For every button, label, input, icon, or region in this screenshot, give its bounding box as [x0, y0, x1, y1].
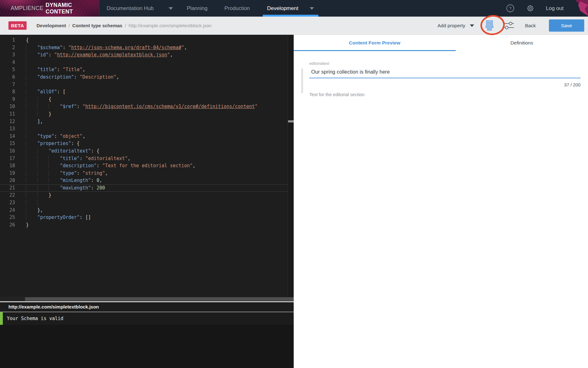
- line-number: 21: [0, 184, 15, 192]
- svg-text:?: ?: [509, 6, 512, 11]
- nav-item-documentation-hub[interactable]: Documentation Hub: [107, 0, 173, 17]
- code-line[interactable]: 11 }: [0, 111, 288, 118]
- code-line[interactable]: 1{: [0, 37, 288, 44]
- code-text: "title": "editorialtext",: [15, 155, 130, 163]
- code-line[interactable]: 18 "description": "Text for the editoria…: [0, 162, 288, 170]
- code-line[interactable]: 5 "title": "Title",: [0, 66, 288, 74]
- form-view-button[interactable]: [485, 20, 494, 31]
- top-navbar: AMPLIENCE DYNAMIC CONTENT Documentation …: [0, 0, 588, 17]
- horizontal-scrollbar-thumb[interactable]: [25, 297, 294, 301]
- code-line[interactable]: 6 "description": "Description",: [0, 74, 288, 81]
- code-line[interactable]: 9 {: [0, 96, 288, 103]
- character-counter: 37 / 200: [309, 82, 580, 87]
- nav-item-planning[interactable]: Planning: [187, 0, 207, 17]
- code-text: "allOf": [: [15, 88, 65, 96]
- settings-button[interactable]: [526, 4, 535, 13]
- line-number: 12: [0, 118, 15, 126]
- nav-label: Documentation Hub: [107, 5, 154, 12]
- code-text: "maxLength": 200: [15, 184, 105, 192]
- amplience-mark: [570, 0, 588, 17]
- code-line[interactable]: 8 "allOf": [: [0, 88, 288, 96]
- vertical-scrollbar-thumb[interactable]: [288, 120, 294, 122]
- line-number: 20: [0, 177, 15, 184]
- code-line[interactable]: 7: [0, 81, 288, 89]
- code-text: "$ref": "http://bigcontent.io/cms/schema…: [15, 103, 258, 111]
- code-editor[interactable]: 1{2 "$schema": "http://json-schema.org/d…: [0, 35, 288, 297]
- code-text: "description": "Text for the editorial s…: [15, 162, 195, 170]
- code-line[interactable]: 4: [0, 59, 288, 66]
- back-button[interactable]: Back: [525, 23, 536, 29]
- code-line[interactable]: 13: [0, 125, 288, 133]
- code-text: "type": "string",: [15, 170, 108, 177]
- line-number: 26: [0, 221, 15, 229]
- nav-item-production[interactable]: Production: [224, 0, 250, 17]
- line-number: 19: [0, 170, 15, 177]
- chevron-down-icon: [169, 7, 173, 10]
- code-text: "title": "Title",: [15, 66, 85, 74]
- line-number: 8: [0, 88, 15, 96]
- code-text: }: [15, 221, 29, 229]
- nav-label: Production: [224, 5, 250, 12]
- breadcrumb-content-type-schemas[interactable]: Content type schemas: [72, 23, 122, 28]
- settings-sliders-button[interactable]: [503, 21, 514, 30]
- code-line[interactable]: 25 "propertyOrder": []: [0, 214, 288, 221]
- code-line[interactable]: 14 "type": "object",: [0, 133, 288, 140]
- code-line[interactable]: 3 "id": "http://example.com/simpletextbl…: [0, 51, 288, 59]
- code-line[interactable]: 20 "minLength": 0,: [0, 177, 288, 184]
- validation-status-indicator: [0, 312, 3, 325]
- code-line[interactable]: 26}: [0, 221, 288, 229]
- code-text: [15, 125, 37, 133]
- code-text: [15, 59, 37, 66]
- breadcrumb-separator: /: [66, 23, 72, 28]
- code-line[interactable]: 17 "title": "editorialtext",: [0, 155, 288, 163]
- breadcrumb: Development / Content type schemas / htt…: [37, 23, 212, 28]
- horizontal-scrollbar[interactable]: [0, 297, 294, 301]
- logout-button[interactable]: Log out: [546, 5, 564, 12]
- code-line[interactable]: 22 }: [0, 192, 288, 199]
- line-number: 10: [0, 103, 15, 111]
- add-property-button[interactable]: Add property: [438, 23, 474, 29]
- code-line[interactable]: 16 "editorialtext": {: [0, 148, 288, 155]
- breadcrumb-separator: /: [122, 23, 129, 28]
- schema-toolbar: BETA Development / Content type schemas …: [0, 17, 588, 35]
- line-number: 4: [0, 59, 15, 66]
- code-text: [15, 81, 37, 89]
- code-line[interactable]: 23: [0, 199, 288, 207]
- code-text: {: [15, 96, 51, 103]
- app-logo[interactable]: AMPLIENCE DYNAMIC CONTENT: [0, 0, 99, 17]
- line-number: 15: [0, 140, 15, 148]
- tab-content-form-preview[interactable]: Content Form Preview: [294, 35, 456, 51]
- code-text: },: [15, 207, 43, 214]
- line-number: 11: [0, 111, 15, 118]
- code-line[interactable]: 10 "$ref": "http://bigcontent.io/cms/sch…: [0, 103, 288, 111]
- code-text: ],: [15, 118, 43, 126]
- vertical-scrollbar[interactable]: [288, 35, 294, 297]
- code-line[interactable]: 21 "maxLength": 200: [0, 184, 288, 192]
- schema-editor-pane: 1{2 "$schema": "http://json-schema.org/d…: [0, 35, 294, 368]
- code-text: "type": "object",: [15, 133, 85, 140]
- nav-label: Development: [267, 5, 298, 12]
- breadcrumb-current-schema-url: http://example.com/simpletextblock.json: [129, 23, 211, 28]
- code-line[interactable]: 24 },: [0, 207, 288, 214]
- code-text: }: [15, 111, 51, 118]
- breadcrumb-development[interactable]: Development: [37, 23, 66, 28]
- tab-definitions[interactable]: Definitions: [456, 35, 588, 51]
- code-line[interactable]: 19 "type": "string",: [0, 170, 288, 177]
- code-line[interactable]: 15 "properties": {: [0, 140, 288, 148]
- gear-icon: [526, 4, 535, 13]
- line-number: 25: [0, 214, 15, 221]
- schema-url-bar: http://example.com/simpletextblock.json: [0, 301, 294, 312]
- code-text: "propertyOrder": []: [15, 214, 91, 221]
- nav-item-development[interactable]: Development: [263, 0, 318, 17]
- code-text: "id": "http://example.com/simpletextbloc…: [15, 51, 173, 59]
- line-number: 23: [0, 199, 15, 207]
- help-button[interactable]: ?: [506, 4, 514, 13]
- code-line[interactable]: 12 ],: [0, 118, 288, 126]
- line-number: 14: [0, 133, 15, 140]
- toolbar-actions: Add property: [438, 19, 588, 32]
- save-button[interactable]: Save: [549, 19, 584, 32]
- code-line[interactable]: 2 "$schema": "http://json-schema.org/dra…: [0, 44, 288, 52]
- line-number: 9: [0, 96, 15, 103]
- page: { "app": { "brand": "AMPLIENCE", "produc…: [0, 0, 588, 368]
- editorialtext-input[interactable]: [309, 66, 580, 78]
